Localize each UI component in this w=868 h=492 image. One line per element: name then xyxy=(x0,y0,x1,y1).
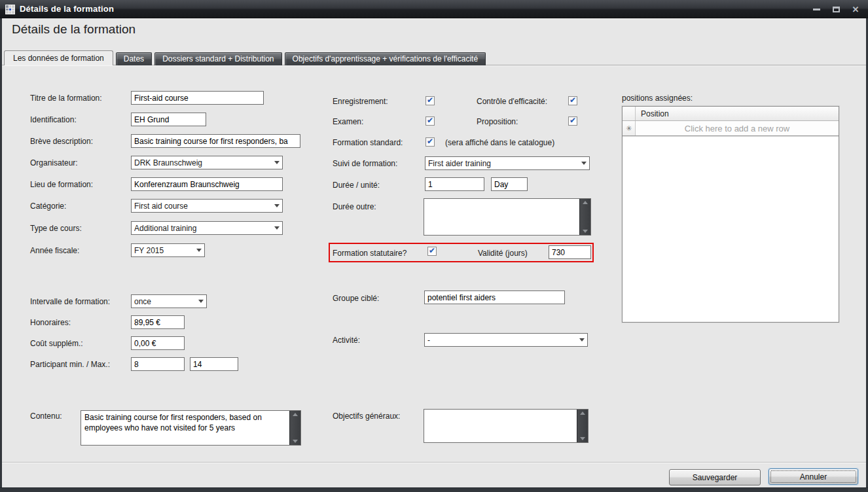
scroll-up-icon xyxy=(580,412,585,415)
controle-efficacite-label: Contrôle d'efficacité: xyxy=(477,97,547,106)
chevron-down-icon xyxy=(196,249,202,252)
activite-select[interactable]: - xyxy=(424,333,588,347)
contenu-text: Basic training course for first responde… xyxy=(81,411,289,445)
scroll-up-icon xyxy=(583,201,588,204)
organisateur-select[interactable]: DRK Braunschweig xyxy=(131,156,283,169)
objectifs-scrollbar[interactable] xyxy=(577,410,588,442)
titre-input[interactable] xyxy=(131,91,264,105)
positions-grid: Position ✳ Click here to add a new row xyxy=(622,106,839,323)
title-bar: Détails de la formation ✕ xyxy=(0,0,868,18)
contenu-label: Contenu: xyxy=(30,412,62,421)
chevron-down-icon xyxy=(581,162,587,165)
close-icon: ✕ xyxy=(852,5,859,14)
annee-fiscale-label: Année fiscale: xyxy=(30,246,79,255)
save-button-label: Sauvegarder xyxy=(693,473,738,482)
window-title: Détails de la formation xyxy=(20,4,114,14)
activite-value: - xyxy=(427,336,577,345)
new-row-gutter: ✳ xyxy=(623,121,636,135)
formation-standard-checkbox[interactable] xyxy=(425,137,435,147)
objectifs-text xyxy=(424,410,577,442)
positions-grid-header: Position xyxy=(623,107,839,121)
chevron-down-icon xyxy=(198,300,204,303)
organisateur-value: DRK Braunschweig xyxy=(134,158,272,167)
cancel-button[interactable]: Annuler xyxy=(769,468,858,485)
duree-outre-scrollbar[interactable] xyxy=(579,199,590,235)
save-button[interactable]: Sauvegarder xyxy=(669,469,761,485)
cout-supplem-label: Coût supplém.: xyxy=(30,339,83,348)
close-button[interactable]: ✕ xyxy=(848,4,863,14)
page-title: Détails de la formation xyxy=(12,22,136,37)
tab-strip: Les données de formation Dates Dossiers … xyxy=(4,50,486,65)
suivi-select[interactable]: First aider training xyxy=(425,156,590,170)
suivi-label: Suivi de formation: xyxy=(333,159,397,168)
scroll-up-icon xyxy=(293,413,298,416)
intervalle-select[interactable]: once xyxy=(131,294,207,308)
tab-dossiers-standard[interactable]: Dossiers standard + Distribution xyxy=(154,52,281,65)
suivi-value: First aider training xyxy=(428,159,579,168)
organisateur-label: Organisateur: xyxy=(30,158,78,167)
scroll-down-icon xyxy=(293,440,298,443)
annee-fiscale-select[interactable]: FY 2015 xyxy=(131,243,205,257)
proposition-checkbox[interactable] xyxy=(568,116,577,126)
chevron-down-icon xyxy=(274,226,280,230)
identification-input[interactable] xyxy=(131,113,206,126)
position-column-header[interactable]: Position xyxy=(636,107,839,120)
lieu-label: Lieu de formation: xyxy=(30,180,93,189)
groupe-cible-label: Groupe ciblé: xyxy=(333,294,379,303)
scroll-down-icon xyxy=(583,230,588,233)
proposition-label: Proposition: xyxy=(477,117,518,126)
participant-min-input[interactable] xyxy=(131,357,185,371)
duree-outre-textarea[interactable] xyxy=(424,198,591,236)
duree-unit-input[interactable] xyxy=(491,177,528,191)
formation-standard-note: (sera affiché dans le catalogue) xyxy=(445,138,554,147)
objectifs-textarea[interactable] xyxy=(424,409,588,443)
duree-outre-text xyxy=(424,199,579,235)
formation-standard-label: Formation standard: xyxy=(333,138,403,147)
contenu-textarea[interactable]: Basic training course for first responde… xyxy=(81,410,301,446)
maximize-icon xyxy=(833,7,840,12)
examen-label: Examen: xyxy=(333,117,363,126)
duree-outre-label: Durée outre: xyxy=(333,202,376,211)
minimize-button[interactable] xyxy=(809,4,823,14)
footer-divider-highlight xyxy=(2,463,866,463)
tab-underline-highlight xyxy=(2,65,866,66)
maximize-button[interactable] xyxy=(829,4,843,14)
training-details-window: Détails de la formation ✕ Détails de la … xyxy=(0,0,868,492)
chevron-down-icon xyxy=(274,204,280,207)
type-cours-select[interactable]: Additional training xyxy=(131,221,283,235)
categorie-select[interactable]: First aid course xyxy=(131,199,283,213)
breve-description-input[interactable] xyxy=(131,134,300,148)
controle-efficacite-checkbox[interactable] xyxy=(568,96,577,105)
participants-label: Participant min. / Max.: xyxy=(30,360,110,369)
lieu-input[interactable] xyxy=(131,177,283,191)
groupe-cible-input[interactable] xyxy=(424,290,565,304)
new-row-placeholder[interactable]: Click here to add a new row xyxy=(636,121,839,135)
statutaire-highlight-box xyxy=(329,243,594,262)
tab-dates[interactable]: Dates xyxy=(116,52,152,65)
positions-panel-label: positions assignées: xyxy=(622,94,693,103)
type-cours-value: Additional training xyxy=(134,224,272,233)
honoraires-input[interactable] xyxy=(131,315,185,329)
participant-max-input[interactable] xyxy=(190,357,238,371)
grid-new-row[interactable]: ✳ Click here to add a new row xyxy=(623,121,839,136)
identification-label: Identification: xyxy=(30,115,77,124)
duree-input[interactable] xyxy=(425,177,484,191)
cout-supplem-input[interactable] xyxy=(131,336,185,350)
categorie-label: Catégorie: xyxy=(30,202,66,211)
tab-donnees-formation[interactable]: Les données de formation xyxy=(4,50,113,65)
window-frame-left xyxy=(0,18,2,492)
activite-label: Activité: xyxy=(333,336,360,345)
duree-label: Durée / unité: xyxy=(333,181,380,190)
app-grid-icon xyxy=(5,5,15,14)
scroll-down-icon xyxy=(580,437,585,440)
categorie-value: First aid course xyxy=(134,202,272,211)
contenu-scrollbar[interactable] xyxy=(289,411,300,445)
tab-objectifs-apprentissage[interactable]: Objectifs d'apprentissage + vérification… xyxy=(285,52,486,65)
enregistrement-checkbox[interactable] xyxy=(425,96,435,105)
type-cours-label: Type de cours: xyxy=(30,224,82,233)
examen-checkbox[interactable] xyxy=(425,116,435,126)
honoraires-label: Honoraires: xyxy=(30,318,71,327)
annee-fiscale-value: FY 2015 xyxy=(134,246,194,255)
cancel-button-label: Annuler xyxy=(800,472,827,482)
intervalle-label: Intervalle de formation: xyxy=(30,297,110,306)
